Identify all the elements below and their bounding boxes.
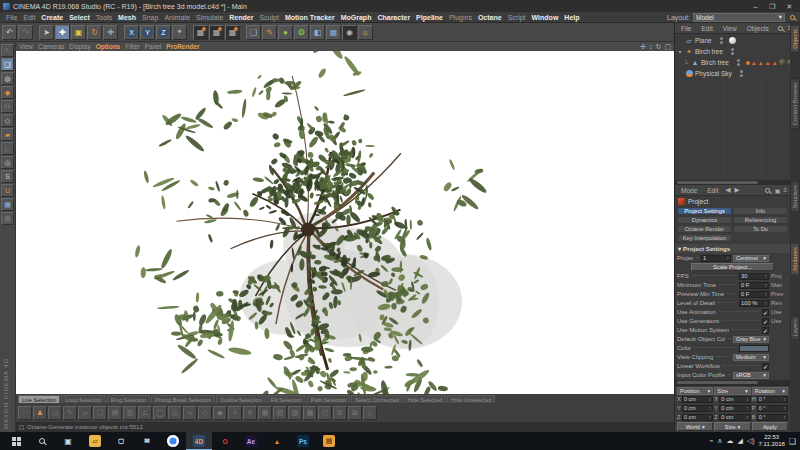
side-tab-objects[interactable]: Objects [790, 25, 800, 53]
spinner-icon[interactable]: ↕ [746, 405, 749, 411]
attr-tab-info[interactable]: Info [733, 207, 788, 215]
viewport-menu-panel[interactable]: Panel [145, 43, 162, 50]
object-manager-scrollbar[interactable] [675, 180, 790, 185]
coord-field[interactable]: 0 cm↕ [682, 396, 713, 403]
vlc-taskbar-button[interactable]: ▲ [264, 432, 290, 450]
tag-icon[interactable] [746, 61, 750, 65]
menu-select[interactable]: Select [66, 14, 93, 21]
view-clipping-dropdown[interactable]: Medium▾ [733, 354, 769, 361]
coord-field[interactable]: 0 cm↕ [719, 405, 750, 412]
menu-render[interactable]: Render [226, 14, 256, 21]
menu-plugins[interactable]: Plugins [446, 14, 475, 21]
modeling-tool-12-icon[interactable]: ∿ [183, 406, 197, 420]
object-tree-empty[interactable] [675, 79, 790, 180]
menu-create[interactable]: Create [38, 14, 66, 21]
size-mode-dropdown[interactable]: Size▾ [714, 422, 750, 431]
attr-tab-project-settings[interactable]: Project Settings [677, 207, 732, 215]
tab-live-selection[interactable]: Live Selection [18, 395, 60, 403]
side-tab-layers[interactable]: Layers [790, 315, 800, 340]
position-mode-dropdown[interactable]: World▾ [677, 422, 713, 431]
menu-snap[interactable]: Snap [139, 14, 161, 21]
add-spline-icon[interactable]: ✎ [262, 25, 277, 40]
add-camera-icon[interactable]: ◉ [342, 25, 357, 40]
object-row-plane[interactable]: ▱Plane [675, 35, 790, 46]
tab-fill-selection[interactable]: Fill Selection [267, 395, 306, 403]
coord-field[interactable]: 0 cm↕ [719, 414, 750, 421]
spinner-icon[interactable]: ↕ [709, 396, 712, 402]
viewport-menu-filter[interactable]: Filter [125, 43, 139, 50]
add-subdivision-icon[interactable]: ● [278, 25, 293, 40]
pen-pair-icon[interactable]: ⌁ [709, 437, 713, 445]
modeling-tool-24-icon[interactable]: △ [363, 406, 377, 420]
tab-ring-selection[interactable]: Ring Selection [107, 395, 150, 403]
am-menu-mode[interactable]: Mode [678, 187, 700, 194]
om-menu-objects[interactable]: Objects [744, 25, 772, 32]
coord-field[interactable]: 0 °↕ [757, 405, 788, 412]
side-tab-attributes[interactable]: Attributes [790, 243, 800, 276]
am-history-back-icon[interactable]: ◀ [725, 186, 730, 194]
menu-tools[interactable]: Tools [93, 14, 115, 21]
spinner-icon[interactable]: ↕ [783, 414, 786, 420]
menu-help[interactable]: Help [561, 14, 582, 21]
viewport-menu-cameras[interactable]: Cameras [38, 43, 64, 50]
minimum-time-field[interactable]: 0 F↕ [739, 282, 769, 289]
modeling-tool-17-icon[interactable]: ▦ [258, 406, 272, 420]
color-swatch[interactable] [739, 345, 769, 352]
modeling-tool-23-icon[interactable]: ⊠ [348, 406, 362, 420]
polygons-mode-icon[interactable]: ▰ [1, 128, 14, 141]
attr-tab-to-do[interactable]: To Do [733, 225, 788, 233]
modeling-tool-21-icon[interactable]: ◫ [318, 406, 332, 420]
last-tool-icon[interactable]: ✛ [103, 25, 118, 40]
texture-mode-icon[interactable]: ◍ [1, 72, 14, 85]
om-menu-view[interactable]: View [720, 25, 740, 32]
unit-dropdown[interactable]: Centimet▾ [733, 255, 769, 262]
modeling-tool-5-icon[interactable]: ▱ [78, 406, 92, 420]
modeling-tool-9-icon[interactable]: ∠ [138, 406, 152, 420]
chrome-taskbar-button[interactable] [160, 432, 186, 450]
modeling-tool-13-icon[interactable]: ◇ [198, 406, 212, 420]
taskbar-search-button[interactable] [30, 432, 54, 450]
store-taskbar-button[interactable]: ▢ [108, 432, 134, 450]
menu-simulate[interactable]: Simulate [193, 14, 226, 21]
modeling-tool-11-icon[interactable]: ◎ [168, 406, 182, 420]
viewport-menu-display[interactable]: Display [69, 43, 90, 50]
zoom-view-icon[interactable]: ↕ [649, 43, 653, 51]
redo-icon[interactable]: ↷ [18, 25, 33, 40]
viewport-menu-view[interactable]: View [19, 43, 33, 50]
coord-header-size[interactable]: Size▾ [714, 387, 750, 395]
modeling-tool-2-icon[interactable]: ♟ [33, 406, 47, 420]
pan-view-icon[interactable]: ✢ [640, 43, 646, 51]
add-deformer-icon[interactable]: ◧ [310, 25, 325, 40]
modeling-tool-22-icon[interactable]: ⊞ [333, 406, 347, 420]
am-menu-edit[interactable]: Edit [704, 187, 721, 194]
coord-header-position[interactable]: Position▾ [677, 387, 713, 395]
selection-tag-icon[interactable]: ▲ [772, 60, 778, 66]
move-tool-icon[interactable]: ✚ [55, 25, 70, 40]
selection-tag-icon[interactable]: ▲ [758, 60, 764, 66]
modeling-tool-20-icon[interactable]: ▩ [303, 406, 317, 420]
menu-octane[interactable]: Octane [475, 14, 505, 21]
add-mograph-icon[interactable]: ❂ [294, 25, 309, 40]
apply-button[interactable]: Apply [752, 422, 788, 431]
mail-taskbar-button[interactable]: ✉ [134, 432, 160, 450]
coord-header-rotation[interactable]: Rotation▾ [752, 387, 788, 395]
attr-tab-referencing[interactable]: Referencing [733, 216, 788, 224]
add-cube-icon[interactable]: ❑ [246, 25, 261, 40]
notes-taskbar-button[interactable]: ▤ [316, 432, 342, 450]
add-environment-icon[interactable]: ▦ [326, 25, 341, 40]
edges-mode-icon[interactable]: ◇ [1, 114, 14, 127]
viewport-canvas[interactable] [16, 51, 674, 394]
workplane-grid-icon[interactable]: ▦ [1, 198, 14, 211]
enable-dots[interactable] [731, 48, 734, 55]
coord-field[interactable]: 0 cm↕ [682, 414, 713, 421]
maximize-button[interactable]: ❐ [765, 1, 780, 12]
modeling-tool-1-icon[interactable]: ◠ [18, 406, 32, 420]
use-animation-checkbox[interactable]: ✓ [762, 309, 769, 316]
input-color-profile-dropdown[interactable]: sRGB▾ [733, 372, 769, 379]
tab-path-selection[interactable]: Path Selection [307, 395, 350, 403]
material-tag[interactable] [779, 59, 786, 66]
toggle-view-icon[interactable]: ▢ [664, 43, 671, 51]
layout-dropdown[interactable]: Model▾ [693, 13, 785, 22]
tab-hide-unselected[interactable]: Hide Unselected [447, 395, 495, 403]
tab-select-connected[interactable]: Select Connected [351, 395, 402, 403]
